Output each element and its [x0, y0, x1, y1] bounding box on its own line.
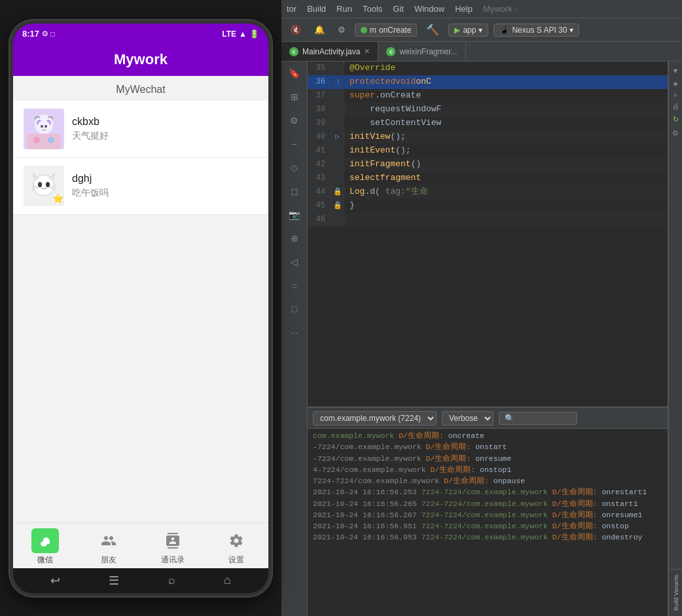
- settings-button[interactable]: ⚙: [334, 24, 350, 36]
- eraser-icon[interactable]: ◻: [285, 182, 304, 200]
- log-tag: D/生命周期:: [426, 443, 476, 451]
- nav-friends[interactable]: 朋友: [89, 528, 128, 566]
- line-gutter: [331, 62, 344, 75]
- sim-icon: □: [50, 30, 55, 38]
- menu-help[interactable]: Help: [455, 4, 473, 14]
- chat-message: 吃午饭吗: [72, 187, 109, 199]
- code-line-42: 42 initFragment(): [308, 158, 668, 172]
- ide-bottom-panel: com.example.mywork (7224) Verbose com.ex…: [308, 407, 668, 616]
- circle-icon[interactable]: ○: [285, 276, 304, 295]
- log-line: -7224/com.example.mywork D/生命周期: onstart: [313, 441, 662, 452]
- app-label: app: [463, 26, 476, 35]
- log-tag: D/生命周期:: [552, 488, 602, 496]
- more-icon[interactable]: ···: [285, 323, 304, 342]
- star-icon[interactable]: ★: [672, 80, 679, 88]
- device-dropdown-arrow: ▾: [569, 26, 573, 35]
- code-line-39: 39 setContentView: [308, 117, 668, 130]
- list-icon[interactable]: ≡: [672, 94, 679, 97]
- chat-item[interactable]: ckbxb 天气挺好: [13, 101, 268, 158]
- settings-gutter-icon[interactable]: ⚙: [285, 111, 304, 130]
- menu-tools[interactable]: Tools: [363, 4, 382, 14]
- volume-off-button[interactable]: 🔇: [287, 24, 305, 36]
- menu-run[interactable]: Run: [336, 4, 352, 14]
- app-config-selector[interactable]: ▶ app ▾: [448, 24, 488, 37]
- volume-on-button[interactable]: 🔔: [310, 24, 329, 36]
- log-package: 7224-7224/com.example.mywork: [422, 522, 552, 530]
- svg-point-5: [41, 125, 43, 128]
- chevron-down-icon[interactable]: ▼: [672, 67, 679, 75]
- menu-git[interactable]: Git: [393, 4, 404, 14]
- log-timestamp: 2021-10-24 16:16:56.951: [313, 522, 422, 530]
- app-title-bar: Mywork: [13, 45, 268, 76]
- settings-icon-wrap: [223, 528, 250, 553]
- log-timestamp: -7224/com.example.mywork: [313, 443, 426, 451]
- status-right: LTE ▲ 🔋: [222, 29, 259, 39]
- nav-weixin[interactable]: 微信: [26, 528, 65, 566]
- package-filter-select[interactable]: com.example.mywork (7224): [313, 411, 437, 426]
- device-selector[interactable]: 📱 Nexus S API 30 ▾: [494, 24, 579, 37]
- chat-item[interactable]: ⭐ dghj 吃午饭吗: [13, 158, 268, 215]
- log-package: 7224-7224/com.example.mywork: [422, 511, 552, 519]
- nav-settings[interactable]: 设置: [217, 528, 256, 566]
- svg-point-4: [37, 120, 50, 134]
- tab-main-activity[interactable]: c MainActivity.java ✕: [281, 42, 378, 61]
- line-gutter: 🔒: [331, 185, 344, 199]
- bookmark-icon[interactable]: 🔖: [285, 64, 304, 82]
- ide-main: 🔖 ⊞ ⚙ − ◇ ◻ 📷 ⊕ ◁ ○ □ ··· 35 @Override: [281, 62, 682, 616]
- back-arrow-icon[interactable]: ◁: [285, 253, 304, 271]
- line-content: initView();: [344, 130, 411, 144]
- gear-small-icon[interactable]: ⚙: [672, 129, 679, 137]
- lte-label: LTE: [222, 29, 236, 39]
- line-content: }: [344, 199, 360, 213]
- build-variants-label: Build Variants: [673, 575, 679, 611]
- camera-icon[interactable]: 📷: [285, 206, 304, 224]
- menu-tor[interactable]: tor: [287, 4, 296, 14]
- menu-build[interactable]: Build: [307, 4, 326, 14]
- minus-icon[interactable]: −: [285, 135, 304, 153]
- search-button[interactable]: ⌕: [168, 573, 175, 587]
- zoom-in-icon[interactable]: ⊕: [285, 229, 304, 247]
- device-label: Nexus S API 30: [512, 26, 567, 35]
- refresh-icon[interactable]: ↻: [673, 115, 679, 124]
- log-package: com.example.mywork: [313, 431, 399, 440]
- home-button[interactable]: ⌂: [224, 573, 231, 587]
- tab-label-main: MainActivity.java: [302, 47, 360, 56]
- ide-toolbar: 🔇 🔔 ⚙ m onCreate 🔨 ▶ app ▾ 📱 Nexus S API…: [281, 18, 682, 42]
- right-sidebar: ▼ ★ ≡ 🖨 ↻ ⚙ Build Variants: [668, 62, 682, 616]
- ide-tabs: c MainActivity.java ✕ c weixinFragmer...: [281, 42, 682, 62]
- svg-rect-7: [27, 134, 61, 149]
- phone-home-bar: ↩ ☰ ⌕ ⌂: [13, 568, 268, 593]
- nav-label-settings: 设置: [228, 554, 244, 566]
- log-line: -7224/com.example.mywork D/生命周期: onresum…: [313, 453, 662, 464]
- log-tag: D/生命周期:: [426, 454, 476, 463]
- log-value: onstart: [475, 443, 507, 451]
- back-button[interactable]: ↩: [50, 573, 60, 588]
- menu-button[interactable]: ☰: [109, 573, 119, 588]
- log-value: onresume: [475, 454, 511, 463]
- build-hammer-button[interactable]: 🔨: [422, 22, 443, 37]
- log-level-select[interactable]: Verbose: [442, 411, 494, 426]
- line-number: 37: [308, 89, 331, 103]
- nav-contacts[interactable]: 通讯录: [153, 528, 192, 566]
- square-icon[interactable]: □: [285, 300, 304, 318]
- layout-icon[interactable]: ⊞: [285, 88, 304, 106]
- tab-weixin-fragment[interactable]: c weixinFragmer...: [378, 42, 465, 61]
- code-line-40: 40 ▷ initView();: [308, 130, 668, 144]
- status-left: 8:17 ⊙ □: [22, 29, 55, 39]
- run-config-selector[interactable]: m onCreate: [355, 24, 417, 37]
- code-area[interactable]: 35 @Override 36 ↑ protected void onC 37 …: [308, 62, 668, 407]
- log-timestamp: 2021-10-24 16:16:56.267: [313, 511, 422, 519]
- time-display: 8:17: [22, 29, 39, 39]
- log-timestamp: 7224-7224/com.example.mywork: [313, 477, 444, 485]
- tab-label-weixin: weixinFragmer...: [399, 47, 457, 56]
- logcat-search-input[interactable]: [499, 412, 577, 425]
- line-content: @Override: [344, 62, 401, 75]
- line-gutter: [331, 213, 344, 226]
- print-icon[interactable]: 🖨: [672, 102, 679, 110]
- tab-close-main[interactable]: ✕: [364, 47, 370, 56]
- chat-list: ckbxb 天气挺好: [13, 101, 268, 522]
- diamond-icon[interactable]: ◇: [285, 158, 304, 177]
- code-line-41: 41 initEvent();: [308, 144, 668, 158]
- code-line-38: 38 requestWindowF: [308, 103, 668, 117]
- menu-window[interactable]: Window: [414, 4, 444, 14]
